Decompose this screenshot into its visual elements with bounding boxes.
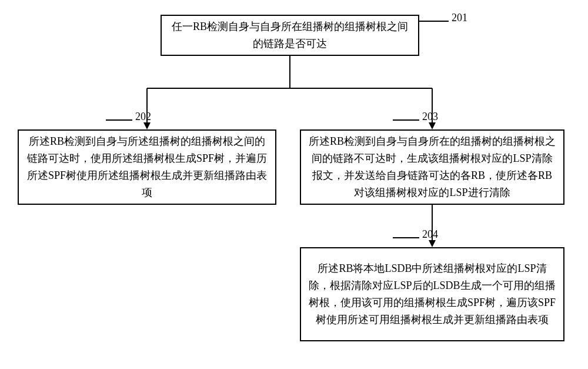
- svg-marker-3: [143, 122, 151, 129]
- svg-marker-5: [429, 122, 436, 129]
- flow-box-204-text: 所述RB将本地LSDB中所述组播树根对应的LSP清除，根据清除对应LSP后的LS…: [308, 260, 556, 328]
- label-tick-204: [393, 237, 419, 238]
- flow-box-202: 所述RB检测到自身与所述组播树的组播树根之间的链路可达时，使用所述组播树根生成S…: [18, 129, 276, 205]
- flow-box-201: 任一RB检测自身与自身所在组播树的组播树根之间的链路是否可达: [161, 15, 419, 56]
- flow-label-204: 204: [422, 228, 438, 241]
- flow-box-203-text: 所述RB检测到自身与自身所在的组播树的组播树根之间的链路不可达时，生成该组播树根…: [308, 133, 556, 201]
- svg-marker-7: [429, 240, 436, 247]
- flow-label-202: 202: [135, 111, 151, 123]
- label-tick-201: [419, 21, 449, 22]
- flow-box-201-text: 任一RB检测自身与自身所在组播树的组播树根之间的链路是否可达: [169, 18, 411, 52]
- label-tick-202: [106, 119, 132, 121]
- label-tick-203: [393, 119, 419, 121]
- flow-label-201: 201: [452, 12, 467, 24]
- flow-box-202-text: 所述RB检测到自身与所述组播树的组播树根之间的链路可达时，使用所述组播树根生成S…: [26, 133, 268, 201]
- flow-box-204: 所述RB将本地LSDB中所述组播树根对应的LSP清除，根据清除对应LSP后的LS…: [300, 247, 564, 341]
- flow-label-203: 203: [422, 111, 438, 123]
- flow-box-203: 所述RB检测到自身与自身所在的组播树的组播树根之间的链路不可达时，生成该组播树根…: [300, 129, 564, 205]
